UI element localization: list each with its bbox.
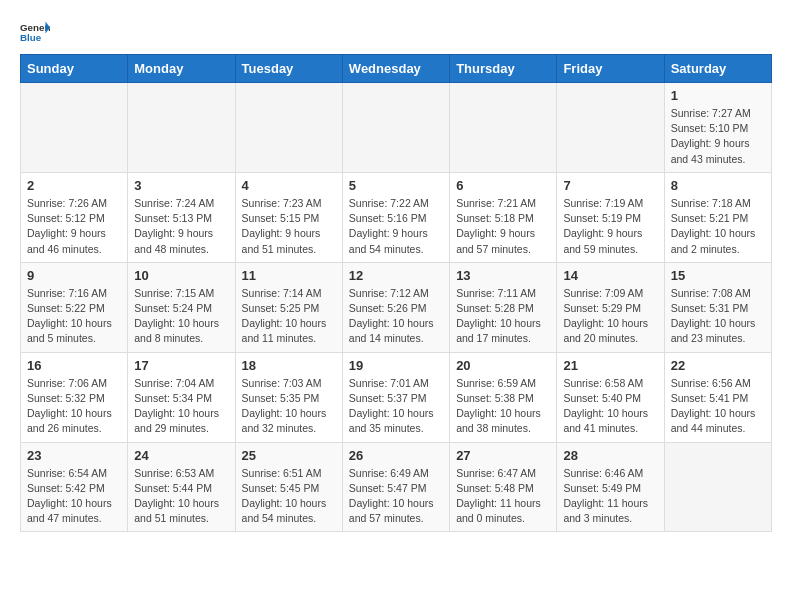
day-number: 25 <box>242 448 336 463</box>
calendar-week-row: 16Sunrise: 7:06 AMSunset: 5:32 PMDayligh… <box>21 352 772 442</box>
day-detail: Sunrise: 7:23 AMSunset: 5:15 PMDaylight:… <box>242 196 336 257</box>
day-detail: Sunrise: 6:56 AMSunset: 5:41 PMDaylight:… <box>671 376 765 437</box>
calendar-cell: 16Sunrise: 7:06 AMSunset: 5:32 PMDayligh… <box>21 352 128 442</box>
day-detail: Sunrise: 7:06 AMSunset: 5:32 PMDaylight:… <box>27 376 121 437</box>
day-detail: Sunrise: 7:08 AMSunset: 5:31 PMDaylight:… <box>671 286 765 347</box>
day-detail: Sunrise: 7:15 AMSunset: 5:24 PMDaylight:… <box>134 286 228 347</box>
logo-icon: General Blue <box>20 20 50 44</box>
calendar-cell: 26Sunrise: 6:49 AMSunset: 5:47 PMDayligh… <box>342 442 449 532</box>
calendar-cell <box>342 83 449 173</box>
day-number: 24 <box>134 448 228 463</box>
day-number: 15 <box>671 268 765 283</box>
day-number: 26 <box>349 448 443 463</box>
calendar-cell: 5Sunrise: 7:22 AMSunset: 5:16 PMDaylight… <box>342 172 449 262</box>
day-detail: Sunrise: 7:21 AMSunset: 5:18 PMDaylight:… <box>456 196 550 257</box>
calendar-cell: 22Sunrise: 6:56 AMSunset: 5:41 PMDayligh… <box>664 352 771 442</box>
day-number: 21 <box>563 358 657 373</box>
calendar-cell: 3Sunrise: 7:24 AMSunset: 5:13 PMDaylight… <box>128 172 235 262</box>
day-number: 28 <box>563 448 657 463</box>
day-detail: Sunrise: 7:12 AMSunset: 5:26 PMDaylight:… <box>349 286 443 347</box>
weekday-header: Sunday <box>21 55 128 83</box>
calendar-cell <box>664 442 771 532</box>
calendar-cell <box>450 83 557 173</box>
day-detail: Sunrise: 7:18 AMSunset: 5:21 PMDaylight:… <box>671 196 765 257</box>
calendar-cell: 2Sunrise: 7:26 AMSunset: 5:12 PMDaylight… <box>21 172 128 262</box>
day-number: 23 <box>27 448 121 463</box>
day-number: 18 <box>242 358 336 373</box>
day-number: 1 <box>671 88 765 103</box>
day-detail: Sunrise: 6:49 AMSunset: 5:47 PMDaylight:… <box>349 466 443 527</box>
calendar-week-row: 23Sunrise: 6:54 AMSunset: 5:42 PMDayligh… <box>21 442 772 532</box>
day-number: 11 <box>242 268 336 283</box>
day-number: 16 <box>27 358 121 373</box>
day-number: 2 <box>27 178 121 193</box>
day-detail: Sunrise: 6:53 AMSunset: 5:44 PMDaylight:… <box>134 466 228 527</box>
day-number: 19 <box>349 358 443 373</box>
day-number: 17 <box>134 358 228 373</box>
day-detail: Sunrise: 7:24 AMSunset: 5:13 PMDaylight:… <box>134 196 228 257</box>
day-number: 22 <box>671 358 765 373</box>
day-number: 7 <box>563 178 657 193</box>
weekday-header: Wednesday <box>342 55 449 83</box>
calendar-body: 1Sunrise: 7:27 AMSunset: 5:10 PMDaylight… <box>21 83 772 532</box>
calendar-cell: 15Sunrise: 7:08 AMSunset: 5:31 PMDayligh… <box>664 262 771 352</box>
weekday-row: SundayMondayTuesdayWednesdayThursdayFrid… <box>21 55 772 83</box>
calendar-cell <box>21 83 128 173</box>
calendar-cell: 18Sunrise: 7:03 AMSunset: 5:35 PMDayligh… <box>235 352 342 442</box>
calendar-cell: 17Sunrise: 7:04 AMSunset: 5:34 PMDayligh… <box>128 352 235 442</box>
day-number: 9 <box>27 268 121 283</box>
day-detail: Sunrise: 6:58 AMSunset: 5:40 PMDaylight:… <box>563 376 657 437</box>
calendar-cell: 21Sunrise: 6:58 AMSunset: 5:40 PMDayligh… <box>557 352 664 442</box>
calendar-cell <box>557 83 664 173</box>
day-detail: Sunrise: 6:47 AMSunset: 5:48 PMDaylight:… <box>456 466 550 527</box>
day-detail: Sunrise: 7:26 AMSunset: 5:12 PMDaylight:… <box>27 196 121 257</box>
calendar-cell: 14Sunrise: 7:09 AMSunset: 5:29 PMDayligh… <box>557 262 664 352</box>
calendar-cell: 9Sunrise: 7:16 AMSunset: 5:22 PMDaylight… <box>21 262 128 352</box>
calendar-cell: 28Sunrise: 6:46 AMSunset: 5:49 PMDayligh… <box>557 442 664 532</box>
calendar-cell: 13Sunrise: 7:11 AMSunset: 5:28 PMDayligh… <box>450 262 557 352</box>
day-number: 12 <box>349 268 443 283</box>
calendar-cell: 12Sunrise: 7:12 AMSunset: 5:26 PMDayligh… <box>342 262 449 352</box>
calendar-cell: 1Sunrise: 7:27 AMSunset: 5:10 PMDaylight… <box>664 83 771 173</box>
day-number: 10 <box>134 268 228 283</box>
calendar-cell: 23Sunrise: 6:54 AMSunset: 5:42 PMDayligh… <box>21 442 128 532</box>
day-number: 13 <box>456 268 550 283</box>
calendar-cell: 27Sunrise: 6:47 AMSunset: 5:48 PMDayligh… <box>450 442 557 532</box>
calendar-cell: 24Sunrise: 6:53 AMSunset: 5:44 PMDayligh… <box>128 442 235 532</box>
day-detail: Sunrise: 7:16 AMSunset: 5:22 PMDaylight:… <box>27 286 121 347</box>
weekday-header: Tuesday <box>235 55 342 83</box>
day-number: 4 <box>242 178 336 193</box>
day-detail: Sunrise: 6:51 AMSunset: 5:45 PMDaylight:… <box>242 466 336 527</box>
calendar-cell: 11Sunrise: 7:14 AMSunset: 5:25 PMDayligh… <box>235 262 342 352</box>
calendar-cell: 7Sunrise: 7:19 AMSunset: 5:19 PMDaylight… <box>557 172 664 262</box>
day-number: 5 <box>349 178 443 193</box>
calendar-cell <box>235 83 342 173</box>
day-detail: Sunrise: 7:11 AMSunset: 5:28 PMDaylight:… <box>456 286 550 347</box>
day-number: 8 <box>671 178 765 193</box>
day-detail: Sunrise: 7:03 AMSunset: 5:35 PMDaylight:… <box>242 376 336 437</box>
calendar-header: SundayMondayTuesdayWednesdayThursdayFrid… <box>21 55 772 83</box>
day-detail: Sunrise: 7:09 AMSunset: 5:29 PMDaylight:… <box>563 286 657 347</box>
page-header: General Blue <box>20 20 772 44</box>
day-number: 27 <box>456 448 550 463</box>
calendar-cell: 20Sunrise: 6:59 AMSunset: 5:38 PMDayligh… <box>450 352 557 442</box>
day-detail: Sunrise: 7:01 AMSunset: 5:37 PMDaylight:… <box>349 376 443 437</box>
weekday-header: Thursday <box>450 55 557 83</box>
calendar-cell: 25Sunrise: 6:51 AMSunset: 5:45 PMDayligh… <box>235 442 342 532</box>
day-number: 3 <box>134 178 228 193</box>
calendar-week-row: 9Sunrise: 7:16 AMSunset: 5:22 PMDaylight… <box>21 262 772 352</box>
calendar-week-row: 1Sunrise: 7:27 AMSunset: 5:10 PMDaylight… <box>21 83 772 173</box>
day-number: 6 <box>456 178 550 193</box>
svg-text:Blue: Blue <box>20 32 42 43</box>
weekday-header: Saturday <box>664 55 771 83</box>
day-detail: Sunrise: 7:04 AMSunset: 5:34 PMDaylight:… <box>134 376 228 437</box>
calendar-cell: 10Sunrise: 7:15 AMSunset: 5:24 PMDayligh… <box>128 262 235 352</box>
logo: General Blue <box>20 20 50 44</box>
weekday-header: Friday <box>557 55 664 83</box>
day-detail: Sunrise: 6:54 AMSunset: 5:42 PMDaylight:… <box>27 466 121 527</box>
day-detail: Sunrise: 7:27 AMSunset: 5:10 PMDaylight:… <box>671 106 765 167</box>
day-detail: Sunrise: 6:59 AMSunset: 5:38 PMDaylight:… <box>456 376 550 437</box>
calendar-table: SundayMondayTuesdayWednesdayThursdayFrid… <box>20 54 772 532</box>
calendar-cell <box>128 83 235 173</box>
weekday-header: Monday <box>128 55 235 83</box>
